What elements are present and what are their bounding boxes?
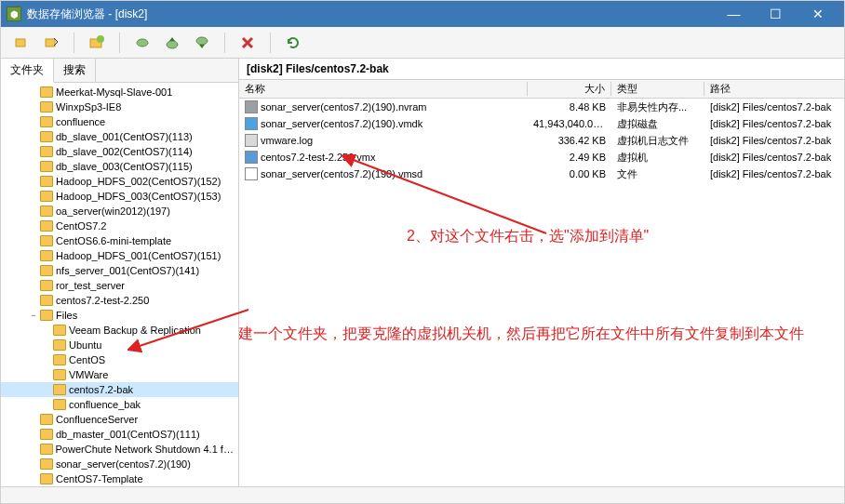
folder-icon: [53, 354, 66, 365]
tree-item-label: Veeam Backup & Replication: [69, 323, 201, 338]
col-type[interactable]: 类型: [611, 82, 704, 96]
file-path: [disk2] Files/centos7.2-bak: [704, 168, 844, 179]
file-size: 0.00 KB: [528, 168, 611, 179]
right-panel: [disk2] Files/centos7.2-bak 名称 大小 类型 路径 …: [239, 59, 844, 486]
tree-item-label: VMWare: [69, 367, 108, 382]
tree-item[interactable]: PowerChute Network Shutdown 4.1 for VI: [1, 442, 238, 457]
file-list[interactable]: sonar_server(centos7.2)(190).nvram8.48 K…: [239, 99, 844, 486]
folder-icon: [53, 384, 66, 395]
tree-item[interactable]: Ubuntu: [1, 338, 238, 352]
svg-point-6: [196, 37, 208, 45]
tree-item[interactable]: Veeam Backup & Replication: [1, 323, 238, 338]
app-icon: ⬢: [7, 7, 21, 21]
left-tabs: 文件夹 搜索: [1, 59, 238, 83]
file-name: centos7.2-test-2.250.vmx: [261, 152, 376, 163]
folder-icon: [40, 310, 53, 321]
column-headers: 名称 大小 类型 路径 修改时间: [239, 80, 844, 99]
file-row[interactable]: sonar_server(centos7.2)(190).vmdk41,943,…: [239, 115, 844, 132]
folder-icon: [40, 191, 53, 202]
file-path: [disk2] Files/centos7.2-bak: [704, 118, 844, 129]
folder-icon: [53, 325, 66, 336]
tree-item[interactable]: ConfluenceServer: [1, 412, 238, 427]
breadcrumb: [disk2] Files/centos7.2-bak: [239, 59, 844, 80]
folder-icon: [40, 444, 53, 455]
delete-icon[interactable]: [236, 32, 259, 54]
tree-item[interactable]: db_slave_002(CentOS7)(114): [1, 144, 238, 159]
file-icon: [245, 167, 258, 180]
tree-item-label: ConfluenceServer: [56, 412, 138, 427]
file-name: sonar_server(centos7.2)(190).nvram: [261, 101, 427, 113]
file-icon: [245, 134, 258, 147]
tree-item[interactable]: −Files: [1, 308, 238, 323]
tree-item[interactable]: db_master_001(CentOS7)(111): [1, 427, 238, 442]
tree-item[interactable]: WinxpSp3-IE8: [1, 99, 238, 114]
tree-item[interactable]: centos7.2-bak: [1, 382, 238, 397]
col-path[interactable]: 路径: [704, 82, 844, 96]
tree-item[interactable]: CentOS6.6-mini-template: [1, 233, 238, 248]
disk-green-icon[interactable]: [131, 32, 154, 54]
file-row[interactable]: sonar_server(centos7.2)(190).vmsd0.00 KB…: [239, 166, 844, 182]
tree-item[interactable]: CentOS7.2: [1, 219, 238, 233]
folder-icon: [40, 206, 53, 217]
tree-item-label: centos7.2-test-2.250: [56, 293, 149, 308]
folder-icon: [40, 295, 53, 306]
tree-item[interactable]: Meerkat-Mysql-Slave-001: [1, 85, 238, 99]
annotation-2: 2、对这个文件右击，选"添加到清单": [407, 227, 835, 246]
tab-folders[interactable]: 文件夹: [1, 59, 54, 83]
col-size[interactable]: 大小: [528, 82, 611, 96]
tree-item[interactable]: Hadoop_HDFS_001(CentOS7)(151): [1, 248, 238, 263]
tree-item[interactable]: Hadoop_HDFS_003(CentOS7)(153): [1, 189, 238, 204]
tree-item[interactable]: oa_server(win2012)(197): [1, 204, 238, 219]
statusbar: [1, 486, 844, 503]
tree-item[interactable]: VMWare: [1, 367, 238, 382]
disk-upload-icon[interactable]: [161, 32, 183, 54]
file-path: [disk2] Files/centos7.2-bak: [704, 101, 844, 113]
tree-item[interactable]: CentOS7-Template: [1, 471, 238, 486]
tree-item[interactable]: sonar_server(centos7.2)(190): [1, 457, 238, 471]
tree-item[interactable]: db_slave_003(CentOS7)(115): [1, 159, 238, 174]
tree-item-label: confluence_bak: [69, 397, 141, 412]
folder-icon: [40, 146, 53, 157]
tree-item-label: Hadoop_HDFS_001(CentOS7)(151): [56, 248, 221, 263]
tree-item[interactable]: confluence: [1, 114, 238, 129]
folder-icon: [40, 116, 53, 127]
file-row[interactable]: centos7.2-test-2.250.vmx2.49 KB虚拟机[disk2…: [239, 149, 844, 166]
file-size: 8.48 KB: [528, 101, 611, 113]
col-name[interactable]: 名称: [239, 82, 528, 96]
file-row[interactable]: sonar_server(centos7.2)(190).nvram8.48 K…: [239, 99, 844, 115]
nav-back-icon[interactable]: [10, 32, 33, 54]
tree-item[interactable]: Hadoop_HDFS_002(CentOS7)(152): [1, 174, 238, 189]
close-button[interactable]: ✕: [797, 1, 838, 27]
new-folder-icon[interactable]: [86, 32, 108, 54]
file-row[interactable]: vmware.log336.42 KB虚拟机日志文件[disk2] Files/…: [239, 132, 844, 149]
tree-item[interactable]: centos7.2-test-2.250: [1, 293, 238, 308]
tree-item-label: WinxpSp3-IE8: [56, 99, 121, 114]
folder-tree[interactable]: Meerkat-Mysql-Slave-001WinxpSp3-IE8confl…: [1, 83, 238, 486]
svg-rect-0: [16, 39, 25, 46]
toolbar-separator: [74, 33, 74, 53]
svg-point-3: [97, 35, 104, 43]
tree-item[interactable]: CentOS: [1, 352, 238, 367]
disk-download-icon[interactable]: [191, 32, 213, 54]
folder-icon: [40, 458, 53, 470]
tree-item-label: CentOS6.6-mini-template: [56, 233, 171, 248]
folder-icon: [40, 265, 53, 276]
refresh-icon[interactable]: [282, 32, 304, 54]
tree-item[interactable]: nfs_server_001(CentOS7)(141): [1, 263, 238, 278]
tree-item[interactable]: db_slave_001(CentOS7)(113): [1, 129, 238, 144]
file-size: 41,943,040.00 K: [528, 118, 611, 129]
file-name: sonar_server(centos7.2)(190).vmsd: [261, 168, 422, 179]
file-path: [disk2] Files/centos7.2-bak: [704, 152, 844, 163]
tab-search[interactable]: 搜索: [54, 59, 96, 82]
svg-rect-1: [46, 39, 55, 46]
expander-icon[interactable]: −: [27, 308, 40, 323]
folder-icon: [40, 414, 53, 425]
tree-item[interactable]: ror_test_server: [1, 278, 238, 293]
tree-item-label: db_slave_002(CentOS7)(114): [56, 144, 193, 159]
titlebar: ⬢ 数据存储浏览器 - [disk2] — ☐ ✕: [1, 1, 844, 27]
tree-item[interactable]: confluence_bak: [1, 397, 238, 412]
maximize-button[interactable]: ☐: [755, 1, 797, 27]
left-panel: 文件夹 搜索 Meerkat-Mysql-Slave-001WinxpSp3-I…: [1, 59, 239, 486]
nav-up-icon[interactable]: [40, 32, 62, 54]
minimize-button[interactable]: —: [713, 1, 755, 27]
